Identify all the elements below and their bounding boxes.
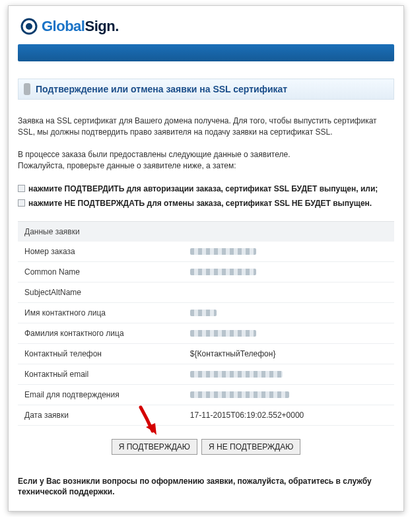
redacted-value	[190, 371, 283, 378]
table-row: Номер заказа	[18, 242, 394, 262]
button-row: Я ПОДТВЕРЖДАЮ Я НЕ ПОДТВЕРЖДАЮ	[18, 426, 394, 461]
table-row: Имя контактного лица	[18, 302, 394, 323]
row-value	[184, 364, 394, 384]
table-row: Контактный email	[18, 364, 394, 384]
row-label: Имя контактного лица	[18, 302, 184, 323]
brand-text: GlobalSign.	[42, 18, 119, 35]
brand-row: GlobalSign.	[18, 15, 394, 42]
table-row: Контактный телефон${КонтактныйТелефон}	[18, 343, 394, 364]
approve-button[interactable]: Я ПОДТВЕРЖДАЮ	[112, 439, 197, 455]
row-value	[184, 302, 394, 323]
header-bluebar	[18, 44, 394, 61]
table-row: SubjectAltName	[18, 282, 394, 302]
row-label: Common Name	[18, 261, 184, 282]
page-title: Подтверждение или отмена заявки на SSL с…	[36, 84, 287, 94]
redacted-value	[190, 248, 256, 255]
instruction-bullets: нажмите ПОДТВЕРДИТЬ для авторизации зака…	[18, 183, 394, 209]
page-card: GlobalSign. Подтверждение или отмена зая…	[8, 5, 404, 512]
row-label: SubjectAltName	[18, 282, 184, 302]
table-row: Дата заявки17-11-2015T06:19:02.552+0000	[18, 405, 394, 425]
row-value	[184, 323, 394, 343]
bullet-approve: нажмите ПОДТВЕРДИТЬ для авторизации зака…	[18, 183, 394, 195]
row-label: Контактный email	[18, 364, 184, 384]
section-header: Данные заявки	[18, 221, 394, 242]
title-tab-icon	[24, 83, 30, 95]
decline-button[interactable]: Я НЕ ПОДТВЕРЖДАЮ	[201, 439, 300, 455]
brand-sign: Sign	[85, 18, 115, 34]
footer-note: Если у Вас возникли вопросы по оформлени…	[18, 476, 394, 498]
row-label: Номер заказа	[18, 242, 184, 262]
row-label: Дата заявки	[18, 405, 184, 425]
row-label: Email для подтверждения	[18, 384, 184, 405]
process-line-1: В процессе заказа были предоставлены сле…	[18, 149, 394, 160]
table-row: Common Name	[18, 261, 394, 282]
brand-dot: .	[115, 18, 119, 34]
brand-global: Global	[42, 18, 85, 34]
svg-point-1	[26, 23, 32, 30]
table-row: Фамилия контактного лица	[18, 323, 394, 343]
intro-paragraph: Заявка на SSL сертификат для Вашего доме…	[18, 116, 394, 139]
body-text: Заявка на SSL сертификат для Вашего доме…	[18, 116, 394, 209]
row-value	[184, 282, 394, 302]
row-label: Фамилия контактного лица	[18, 323, 184, 343]
redacted-value	[190, 391, 289, 398]
process-line-2: Пожалуйста, проверьте данные о заявителе…	[18, 160, 394, 172]
redacted-value	[190, 269, 256, 275]
row-value: 17-11-2015T06:19:02.552+0000	[184, 405, 394, 425]
application-data-table: Номер заказа Common Name SubjectAltName …	[18, 242, 394, 426]
globalsign-logo-icon	[20, 18, 38, 35]
row-value	[184, 384, 394, 405]
redacted-value	[190, 330, 256, 337]
row-value	[184, 242, 394, 262]
table-row: Email для подтверждения	[18, 384, 394, 405]
bullet-decline: нажмите НЕ ПОДТВЕРЖДАТЬ для отмены заказ…	[18, 197, 394, 209]
row-value	[184, 261, 394, 282]
title-bar: Подтверждение или отмена заявки на SSL с…	[18, 79, 394, 100]
row-label: Контактный телефон	[18, 343, 184, 364]
redacted-value	[190, 310, 217, 316]
row-value: ${КонтактныйТелефон}	[184, 343, 394, 364]
